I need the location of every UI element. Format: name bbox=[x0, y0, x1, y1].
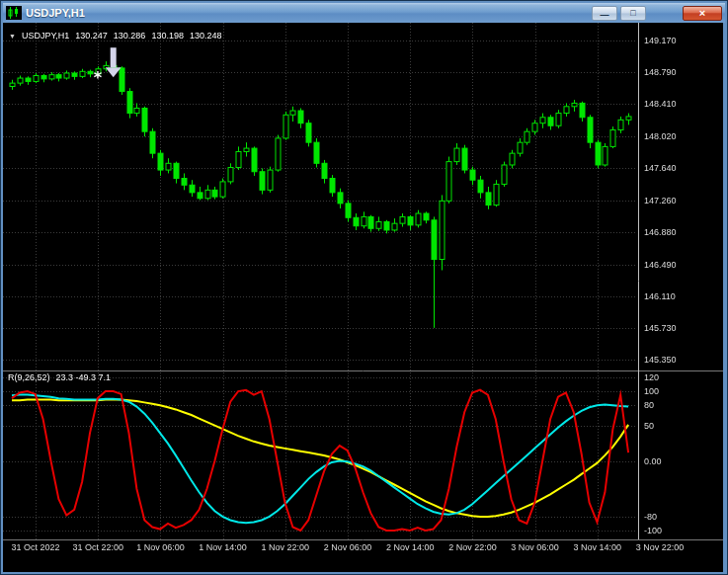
window-controls: — □ × bbox=[592, 6, 722, 21]
high-value: 130.286 bbox=[114, 31, 146, 41]
low-value: 130.198 bbox=[151, 31, 184, 41]
window-icon bbox=[6, 6, 22, 20]
maximize-button[interactable]: □ bbox=[620, 6, 646, 21]
indicator-name: R(9,26,52) bbox=[8, 372, 50, 382]
indicator-values: 23.3 -49.3 7.1 bbox=[56, 372, 112, 382]
symbol-dropdown-icon[interactable]: ▼ bbox=[9, 33, 16, 40]
chart-client-area: ▼ USDJPY,H1 130.247 130.286 130.198 130.… bbox=[3, 23, 723, 572]
minimize-button[interactable]: — bbox=[592, 6, 617, 21]
close-value: 130.248 bbox=[190, 31, 222, 41]
indicator-label: R(9,26,52) 23.3 -49.3 7.1 bbox=[8, 372, 111, 382]
close-button[interactable]: × bbox=[683, 6, 722, 21]
maximize-icon: □ bbox=[630, 9, 635, 18]
title-bar[interactable]: USDJPY,H1 — □ × bbox=[3, 3, 725, 23]
chart-info-line: ▼ USDJPY,H1 130.247 130.286 130.198 130.… bbox=[9, 31, 221, 41]
window-title: USDJPY,H1 bbox=[26, 7, 85, 19]
close-icon: × bbox=[699, 8, 705, 19]
chart-window: USDJPY,H1 — □ × ▼ USDJPY,H1 130.247 130.… bbox=[0, 0, 728, 575]
minimize-icon: — bbox=[601, 11, 609, 20]
open-value: 130.247 bbox=[75, 31, 108, 41]
symbol-period-label: USDJPY,H1 bbox=[22, 31, 69, 41]
chart-canvas[interactable] bbox=[3, 23, 723, 572]
